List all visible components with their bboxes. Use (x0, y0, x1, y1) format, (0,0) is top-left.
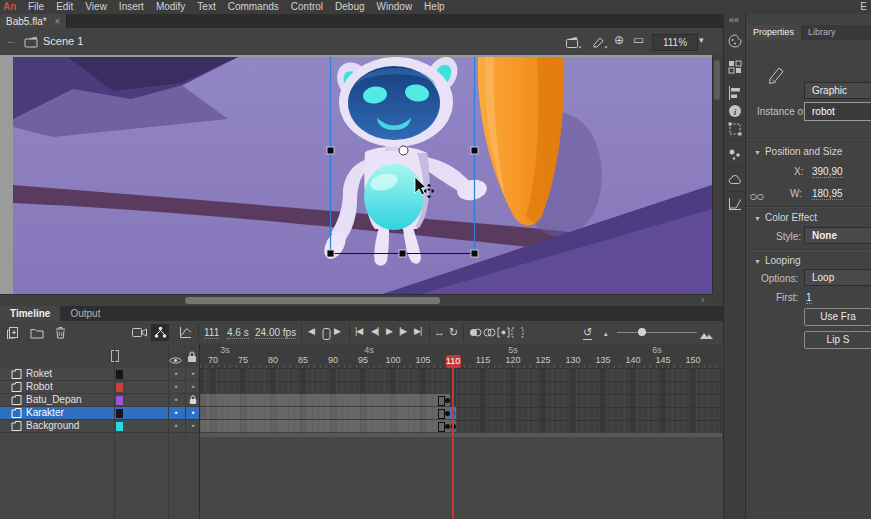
close-tab-icon[interactable]: × (55, 16, 61, 27)
frames-grid[interactable] (200, 368, 722, 433)
loop-options-dropdown[interactable]: Loop (804, 269, 871, 286)
layer-lock-toggle[interactable]: • (189, 368, 197, 380)
scrollbar-right-arrow-icon[interactable]: › (701, 294, 704, 306)
step-back-button[interactable]: ◀| (371, 326, 378, 336)
link-width-height-icon[interactable] (750, 188, 764, 206)
layer-lock-toggle[interactable]: • (189, 420, 197, 432)
stage-zoom-input[interactable]: 111% (652, 34, 698, 51)
ruler-frame-number[interactable]: 75 (231, 355, 255, 365)
ruler-frame-number[interactable]: 120 (501, 355, 525, 365)
swatches-panel-icon[interactable] (728, 60, 742, 74)
go-to-last-frame-button[interactable]: ▶| (414, 326, 421, 336)
transform-panel-icon[interactable] (728, 122, 742, 136)
ruler-frame-number[interactable]: 140 (621, 355, 645, 365)
go-to-first-frame-button[interactable]: |◀ (355, 326, 362, 336)
loop-end-icon[interactable]: ▶ (334, 326, 340, 336)
zoom-dropdown-icon[interactable]: ▾ (699, 35, 704, 45)
workspace-button[interactable]: E (860, 1, 867, 12)
section-looping[interactable]: ▼Looping (754, 255, 801, 266)
align-panel-icon[interactable] (728, 86, 742, 100)
layer-visibility-toggle[interactable]: • (172, 381, 180, 393)
style-dropdown[interactable]: None (804, 227, 871, 244)
step-forward-button[interactable]: |▶ (399, 326, 406, 336)
new-folder-button[interactable] (28, 324, 46, 341)
eye-icon[interactable] (169, 351, 182, 369)
timeline-zoom-in-icon[interactable] (697, 326, 715, 343)
ruler-frame-number[interactable]: 125 (531, 355, 555, 365)
layer-row-batu_depan[interactable]: Batu_Depan• (0, 394, 199, 407)
timeline-zoom-slider-knob[interactable] (638, 328, 646, 336)
menu-item-debug[interactable]: Debug (335, 1, 364, 12)
ruler-frame-number[interactable]: 145 (651, 355, 675, 365)
layer-color-swatch[interactable] (116, 370, 123, 379)
add-camera-button[interactable] (130, 324, 148, 341)
color-panel-icon[interactable] (728, 34, 742, 48)
cc-libraries-panel-icon[interactable] (728, 173, 742, 187)
modify-markers-button[interactable] (508, 324, 526, 341)
keyframe-dot[interactable] (445, 424, 450, 429)
section-position-size[interactable]: ▼Position and Size (754, 146, 842, 157)
timeline-zoom-out-icon[interactable]: ▴ (604, 330, 608, 338)
lip-syncing-button[interactable]: Lip S (804, 331, 871, 349)
menu-item-help[interactable]: Help (424, 1, 445, 12)
layer-visibility-toggle[interactable]: • (172, 407, 180, 419)
menu-item-control[interactable]: Control (291, 1, 323, 12)
document-tab[interactable]: Bab5.fla* × (0, 14, 67, 28)
frame-span-background[interactable] (200, 420, 456, 432)
w-value[interactable]: 180,95 (812, 188, 843, 200)
stage-vertical-scrollbar-thumb[interactable] (714, 60, 720, 100)
reset-timeline-zoom-button[interactable]: ↺ (583, 326, 592, 340)
animate-logo[interactable]: An (3, 1, 16, 12)
keyframe-dot[interactable] (445, 398, 450, 403)
playhead-line[interactable] (452, 368, 454, 519)
tab-output[interactable]: Output (60, 306, 110, 322)
scene-name[interactable]: Scene 1 (43, 35, 83, 47)
ruler-frame-number[interactable]: 80 (261, 355, 285, 365)
stage-area[interactable] (0, 55, 712, 294)
timeline-ruler[interactable]: 3s4s5s6s70758085909510010511011512012513… (200, 344, 722, 369)
ruler-frame-number[interactable]: 130 (561, 355, 585, 365)
back-arrow-icon[interactable]: ← (6, 34, 17, 46)
ruler-frame-number[interactable]: 90 (321, 355, 345, 365)
menu-item-commands[interactable]: Commands (228, 1, 279, 12)
ruler-frame-number[interactable]: 95 (351, 355, 375, 365)
symbol-type-dropdown[interactable]: Graphic (804, 82, 871, 99)
layer-row-karakter[interactable]: Karakter•• (0, 407, 199, 420)
layer-visibility-toggle[interactable]: • (172, 394, 180, 406)
menu-item-modify[interactable]: Modify (156, 1, 185, 12)
layer-visibility-toggle[interactable]: • (172, 420, 180, 432)
layer-row-background[interactable]: Background•• (0, 420, 199, 433)
center-playhead-button[interactable]: ↔ (434, 326, 445, 338)
timeline-zoom-slider[interactable] (617, 332, 697, 333)
ruler-frame-number[interactable]: 70 (201, 355, 225, 365)
frame-end-marker[interactable] (438, 396, 445, 406)
ruler-frame-number[interactable]: 115 (471, 355, 495, 365)
frame-span-batu_depan[interactable] (200, 394, 450, 406)
motion-editor-panel-icon[interactable] (728, 197, 742, 211)
x-value[interactable]: 390,90 (812, 166, 843, 178)
layer-parenting-button[interactable] (151, 324, 169, 341)
menu-item-file[interactable]: File (28, 1, 44, 12)
delete-layer-button[interactable] (51, 324, 69, 341)
stage-horizontal-scrollbar-thumb[interactable] (185, 297, 440, 304)
center-stage-icon[interactable]: ⊕ (614, 33, 624, 47)
lock-icon[interactable] (187, 349, 197, 367)
frame-span-karakter[interactable] (200, 407, 450, 419)
layer-color-swatch[interactable] (116, 396, 123, 405)
edit-symbols-icon[interactable] (592, 35, 608, 53)
playhead-marker[interactable]: 110 (446, 355, 461, 368)
ruler-frame-number[interactable]: 100 (381, 355, 405, 365)
layer-row-roket[interactable]: Roket•• (0, 368, 199, 381)
ruler-frame-number[interactable]: 105 (411, 355, 435, 365)
loop-range-icon[interactable] (317, 325, 335, 342)
use-frame-picker-button[interactable]: Use Fra (804, 308, 871, 326)
frame-end-marker[interactable] (438, 422, 445, 432)
menu-item-edit[interactable]: Edit (56, 1, 73, 12)
layer-color-swatch[interactable] (116, 409, 123, 418)
info-panel-icon[interactable]: i (728, 104, 742, 118)
collapse-panels-icon[interactable]: «« (729, 15, 739, 25)
section-color-effect[interactable]: ▼Color Effect (754, 212, 817, 223)
menu-item-window[interactable]: Window (377, 1, 413, 12)
frame-rate-value[interactable]: 24.00 fps (255, 327, 296, 339)
elapsed-time-value[interactable]: 4.6 s (227, 327, 249, 339)
